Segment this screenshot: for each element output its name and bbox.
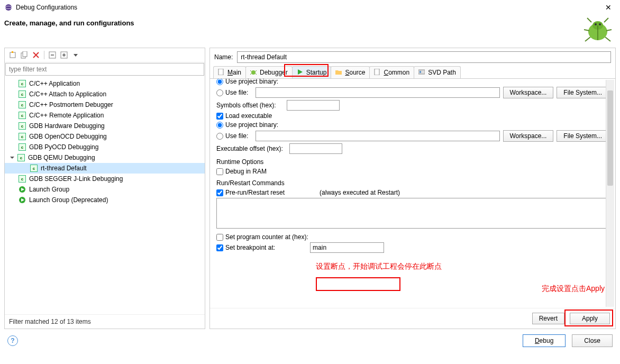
tab-row: MainDebuggerStartupSourceCommonSVD Path — [210, 66, 615, 79]
debug-in-ram-checkbox[interactable]: Debug in RAM — [216, 168, 267, 175]
tree-item[interactable]: Launch Group — [5, 184, 205, 195]
svg-point-6 — [599, 23, 601, 25]
use-file-input-2[interactable] — [256, 131, 499, 141]
name-input[interactable] — [237, 51, 611, 63]
tree-item[interactable]: GDB Hardware Debugging — [5, 121, 205, 131]
symbols-offset-label: Symbols offset (hex): — [216, 102, 276, 109]
tree-item[interactable]: C/C++ Postmortem Debugger — [5, 99, 205, 110]
name-label: Name: — [214, 53, 233, 61]
panel-footer: Revert Apply — [210, 308, 615, 329]
annotation-breakpoint-text: 设置断点，开始调试工程会停在此断点 — [316, 262, 442, 271]
tree-item[interactable]: GDB OpenOCD Debugging — [5, 131, 205, 142]
collapse-icon[interactable] — [48, 50, 57, 60]
runtime-options-label: Runtime Options — [216, 158, 609, 166]
executable-offset-input[interactable] — [289, 143, 342, 154]
duplicate-icon[interactable] — [20, 50, 29, 60]
tab-svd-path[interactable]: SVD Path — [414, 66, 461, 78]
tree-item[interactable]: Launch Group (Deprecated) — [5, 195, 205, 205]
left-panel: C/C++ ApplicationC/C++ Attach to Applica… — [4, 48, 205, 329]
tab-main[interactable]: Main — [213, 66, 246, 78]
filter-input[interactable] — [5, 63, 204, 76]
debug-button[interactable]: Debug — [523, 334, 566, 347]
tree-item[interactable]: C/C++ Application — [5, 78, 205, 89]
tree-item[interactable]: C/C++ Remote Application — [5, 110, 205, 121]
help-icon[interactable]: ? — [7, 335, 18, 346]
svg-rect-15 — [218, 69, 223, 75]
svg-rect-8 — [12, 51, 13, 53]
header-subtitle: Create, manage, and run configurations — [4, 19, 616, 27]
tab-source[interactable]: Source — [331, 66, 370, 78]
tab-common[interactable]: Common — [369, 66, 414, 78]
close-button[interactable]: Close — [572, 334, 613, 347]
set-program-counter-checkbox[interactable]: Set program counter at (hex): — [216, 233, 308, 241]
tree-item[interactable]: GDB QEMU Debugging — [5, 152, 205, 163]
annotation-apply-text: 完成设置点击Apply — [542, 284, 605, 294]
use-file-radio-2[interactable]: Use file: — [216, 132, 248, 140]
pre-run-reset-checkbox[interactable]: Pre-run/Restart reset — [216, 189, 285, 196]
svg-point-0 — [5, 4, 12, 11]
revert-button[interactable]: Revert — [532, 313, 564, 324]
tab-content: Use project binary: Use file: Workspace.… — [210, 79, 615, 308]
right-panel: Name: MainDebuggerStartupSourceCommonSVD… — [209, 48, 616, 329]
tree-item[interactable]: GDB SEGGER J-Link Debugging — [5, 174, 205, 184]
use-project-binary-radio-2[interactable]: Use project binary: — [216, 121, 278, 129]
tree-item[interactable]: rt-thread Default — [5, 163, 205, 174]
tree-item[interactable]: GDB PyOCD Debugging — [5, 142, 205, 152]
executable-offset-label: Executable offset (hex): — [216, 145, 283, 152]
expand-icon[interactable] — [59, 50, 69, 60]
use-file-radio-1[interactable]: Use file: — [216, 89, 248, 96]
symbols-offset-input[interactable] — [287, 100, 340, 111]
run-restart-label: Run/Restart Commands — [216, 179, 609, 187]
config-tree[interactable]: C/C++ ApplicationC/C++ Attach to Applica… — [5, 76, 205, 314]
workspace-button-2[interactable]: Workspace... — [503, 130, 554, 142]
eclipse-icon — [4, 3, 13, 12]
tree-item[interactable]: C/C++ Attach to Application — [5, 89, 205, 99]
svg-rect-18 — [418, 70, 425, 74]
use-file-input-1[interactable] — [256, 87, 499, 98]
set-breakpoint-checkbox[interactable]: Set breakpoint at: — [216, 244, 275, 251]
apply-button[interactable]: Apply — [570, 313, 610, 324]
delete-icon[interactable] — [31, 50, 41, 60]
svg-rect-10 — [23, 51, 27, 57]
filesystem-button-2[interactable]: File System... — [557, 130, 609, 142]
restart-commands-textarea[interactable] — [216, 198, 609, 229]
load-executable-checkbox[interactable]: Load executable — [216, 112, 272, 120]
filesystem-button-1[interactable]: File System... — [557, 87, 609, 98]
header: Create, manage, and run configurations — [0, 15, 620, 48]
scrollbar[interactable] — [606, 80, 614, 307]
bug-illustration — [582, 15, 614, 44]
window-title: Debug Configurations — [16, 4, 77, 11]
filter-status: Filter matched 12 of 13 items — [5, 314, 205, 329]
tab-startup[interactable]: Startup — [292, 66, 332, 78]
filter-menu-icon[interactable] — [71, 50, 80, 60]
svg-rect-19 — [420, 71, 421, 73]
breakpoint-input[interactable] — [310, 242, 384, 253]
new-config-icon[interactable] — [8, 50, 17, 60]
use-project-binary-radio-1[interactable]: Use project binary: — [216, 79, 278, 85]
titlebar: Debug Configurations ✕ — [0, 0, 620, 15]
close-icon[interactable]: ✕ — [601, 2, 616, 13]
always-executed-label: (always executed at Restart) — [320, 189, 400, 196]
left-toolbar — [5, 48, 205, 62]
svg-point-16 — [251, 70, 256, 75]
dialog-footer: ? Debug Close — [0, 329, 620, 352]
svg-rect-17 — [375, 69, 379, 75]
tab-debugger[interactable]: Debugger — [245, 66, 293, 78]
svg-rect-7 — [10, 52, 15, 58]
svg-point-5 — [595, 23, 597, 25]
workspace-button-1[interactable]: Workspace... — [503, 87, 554, 98]
annotation-breakpoint-box — [316, 277, 400, 291]
